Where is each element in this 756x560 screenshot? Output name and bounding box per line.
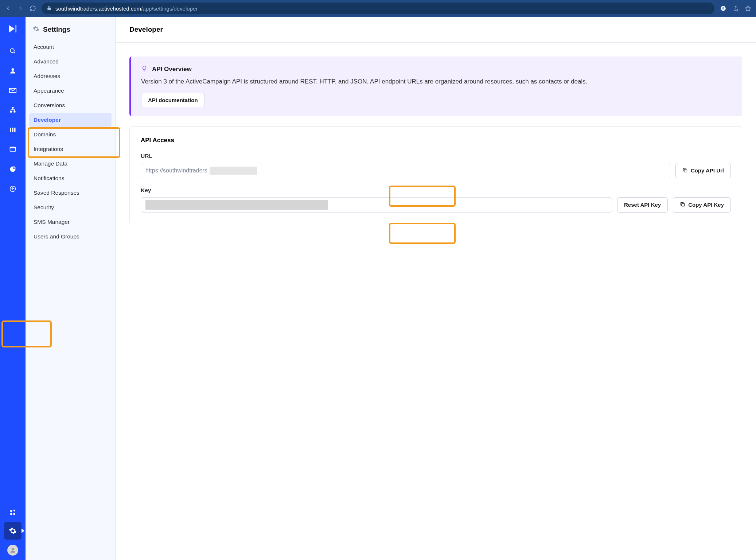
svg-rect-7 <box>10 128 11 132</box>
share-icon[interactable] <box>732 5 739 12</box>
settings-nav-button[interactable] <box>4 522 22 540</box>
url-label: URL <box>141 153 731 159</box>
reports-icon[interactable] <box>8 165 17 174</box>
sidebar-item-manage-data[interactable]: Manage Data <box>29 157 112 171</box>
svg-rect-11 <box>10 147 16 148</box>
api-url-value: https://southwindtraders. <box>145 167 209 174</box>
redacted-segment <box>145 200 328 210</box>
sidebar-item-notifications[interactable]: Notifications <box>29 171 112 185</box>
reload-button[interactable] <box>29 5 36 12</box>
svg-point-3 <box>12 68 14 71</box>
svg-rect-4 <box>12 107 14 109</box>
svg-rect-9 <box>14 128 15 132</box>
sidebar-item-appearance[interactable]: Appearance <box>29 84 112 98</box>
copy-icon <box>682 167 688 174</box>
address-bar[interactable]: southwindtraders.activehosted.com/app/se… <box>42 3 714 14</box>
sidebar-item-integrations[interactable]: Integrations <box>29 142 112 156</box>
sidebar-item-developer[interactable]: Developer <box>29 113 112 127</box>
svg-rect-17 <box>684 169 687 172</box>
site-icon[interactable] <box>8 145 17 154</box>
sidebar-item-domains[interactable]: Domains <box>29 128 112 141</box>
sidebar-item-sms-manager[interactable]: SMS Manager <box>29 215 112 229</box>
redacted-segment <box>210 167 257 175</box>
gear-icon <box>33 26 39 34</box>
api-documentation-button[interactable]: API documentation <box>141 93 205 107</box>
settings-sidebar: Settings AccountAdvancedAddressesAppeara… <box>26 17 116 560</box>
svg-text:G: G <box>722 7 724 10</box>
search-icon[interactable] <box>8 47 17 55</box>
apps-icon[interactable] <box>8 508 17 517</box>
url-text: southwindtraders.activehosted.com/app/se… <box>55 5 198 12</box>
access-heading: API Access <box>141 137 731 144</box>
settings-title: Settings <box>43 26 70 34</box>
copy-key-label: Copy API Key <box>688 202 724 208</box>
svg-rect-6 <box>14 111 16 113</box>
api-key-input[interactable] <box>141 197 612 213</box>
copy-api-key-button[interactable]: Copy API Key <box>673 197 731 213</box>
sidebar-item-security[interactable]: Security <box>29 201 112 214</box>
key-label: Key <box>141 187 731 194</box>
page-title: Developer <box>116 17 756 43</box>
api-url-input[interactable]: https://southwindtraders. <box>141 163 670 178</box>
browser-chrome: southwindtraders.activehosted.com/app/se… <box>0 0 756 17</box>
settings-header: Settings <box>29 26 112 40</box>
svg-rect-13 <box>10 510 12 512</box>
main-content: Developer API Overview Version 3 of the … <box>116 17 756 560</box>
star-icon[interactable] <box>744 5 752 12</box>
svg-point-16 <box>12 548 14 551</box>
svg-rect-18 <box>682 203 685 206</box>
sidebar-item-account[interactable]: Account <box>29 40 112 54</box>
url-field: URL https://southwindtraders. Copy API U… <box>141 153 731 178</box>
app-logo[interactable] <box>7 23 18 36</box>
copy-api-url-button[interactable]: Copy API Url <box>675 163 731 178</box>
deals-icon[interactable] <box>8 125 17 134</box>
lightbulb-icon <box>141 65 148 73</box>
sidebar-item-users-and-groups[interactable]: Users and Groups <box>29 230 112 244</box>
automations-icon[interactable] <box>8 106 17 114</box>
svg-rect-14 <box>13 513 15 515</box>
svg-rect-5 <box>10 111 12 113</box>
overview-body: Version 3 of the ActiveCampaign API is s… <box>141 77 732 86</box>
back-button[interactable] <box>4 5 12 12</box>
api-overview-card: API Overview Version 3 of the ActiveCamp… <box>129 57 742 116</box>
sidebar-item-addresses[interactable]: Addresses <box>29 69 112 83</box>
svg-rect-15 <box>10 513 12 515</box>
key-field: Key Reset API Key Copy API Key <box>141 187 731 213</box>
lock-icon <box>47 5 52 12</box>
user-avatar[interactable] <box>7 545 18 556</box>
api-access-card: API Access URL https://southwindtraders. <box>129 126 742 225</box>
google-icon[interactable]: G <box>720 5 727 12</box>
copy-url-label: Copy API Url <box>691 167 724 174</box>
sidebar-item-advanced[interactable]: Advanced <box>29 55 112 69</box>
svg-rect-8 <box>12 128 13 132</box>
overview-heading: API Overview <box>152 66 192 73</box>
nav-rail <box>0 17 26 560</box>
campaigns-icon[interactable] <box>8 86 17 95</box>
contacts-icon[interactable] <box>8 66 17 75</box>
upload-icon[interactable] <box>8 184 17 193</box>
reset-api-key-button[interactable]: Reset API Key <box>617 197 668 213</box>
svg-point-2 <box>10 48 14 52</box>
sidebar-item-conversions[interactable]: Conversions <box>29 98 112 112</box>
copy-icon <box>680 202 685 208</box>
sidebar-item-saved-responses[interactable]: Saved Responses <box>29 186 112 200</box>
forward-button[interactable] <box>17 5 24 12</box>
